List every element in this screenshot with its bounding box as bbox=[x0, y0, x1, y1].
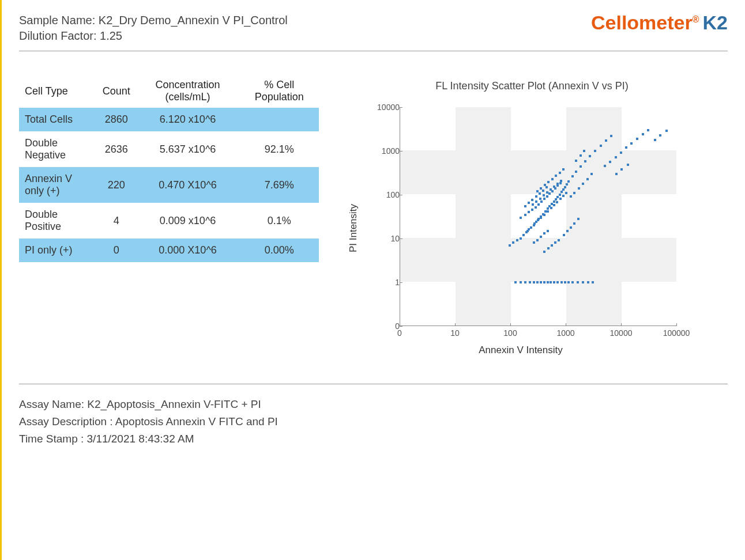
scatter-point bbox=[543, 194, 545, 196]
scatter-point bbox=[563, 234, 565, 236]
scatter-point bbox=[558, 239, 560, 241]
cell-count: 0 bbox=[97, 239, 136, 262]
scatter-point bbox=[573, 222, 575, 225]
scatter-point bbox=[524, 214, 526, 216]
scatter-point bbox=[537, 219, 539, 221]
cell-type: Double Positive bbox=[19, 203, 97, 239]
scatter-point bbox=[571, 281, 574, 283]
scatter-point bbox=[520, 281, 522, 283]
scatter-point bbox=[555, 198, 557, 200]
x-tick-label: 10000 bbox=[610, 328, 633, 338]
cell-type: Annexin V only (+) bbox=[19, 167, 97, 203]
scatter-point bbox=[547, 207, 549, 210]
scatter-point bbox=[642, 133, 644, 135]
scatter-point bbox=[562, 188, 565, 191]
table-row: Total Cells28606.120 x10^6 bbox=[19, 108, 319, 131]
scatter-point bbox=[547, 210, 549, 213]
assay-desc-value: Apoptosis Annexin V FITC and PI bbox=[115, 415, 278, 427]
scatter-point bbox=[550, 281, 552, 283]
table-row: PI only (+)00.000 X10^60.00% bbox=[19, 239, 319, 262]
scatter-point bbox=[560, 191, 563, 193]
scatter-point bbox=[564, 281, 566, 283]
table-header-row: Cell Type Count Concentration (cells/mL)… bbox=[19, 74, 319, 108]
scatter-point bbox=[578, 187, 580, 190]
y-axis-label: PI Intensity bbox=[348, 204, 359, 252]
scatter-point bbox=[533, 241, 535, 244]
scatter-point bbox=[540, 281, 542, 283]
cell-count: 220 bbox=[97, 167, 136, 203]
cell-type: Total Cells bbox=[19, 108, 97, 131]
th-population: % Cell Population bbox=[239, 74, 319, 108]
scatter-point bbox=[547, 181, 550, 183]
logo: Cellometer®K2 bbox=[591, 12, 728, 34]
logo-brand: Cellometer bbox=[591, 12, 693, 33]
scatter-point bbox=[589, 155, 591, 157]
scatter-point bbox=[509, 244, 511, 247]
scatter-point bbox=[550, 207, 552, 209]
scatter-point bbox=[547, 230, 549, 232]
th-cell-type: Cell Type bbox=[19, 74, 97, 108]
dilution-value: 1.25 bbox=[100, 29, 122, 42]
scatter-point bbox=[592, 281, 594, 283]
cell-conc: 6.120 x10^6 bbox=[136, 108, 240, 131]
scatter-point bbox=[582, 281, 584, 283]
scatter-point bbox=[554, 241, 556, 244]
y-tick-label: 0 bbox=[359, 321, 404, 331]
scatter-point bbox=[559, 172, 561, 174]
logo-model: K2 bbox=[703, 12, 728, 33]
dilution-label: Dilution Factor: bbox=[19, 29, 100, 42]
scatter-point bbox=[536, 239, 539, 241]
assay-name-label: Assay Name: bbox=[19, 398, 87, 410]
scatter-point bbox=[540, 217, 542, 219]
chart-box: PI Intensity Annexin V Intensity 0101001… bbox=[359, 96, 682, 361]
scatter-point bbox=[570, 226, 572, 229]
scatter-point bbox=[520, 237, 522, 240]
scatter-point bbox=[627, 164, 629, 166]
scatter-point bbox=[533, 222, 536, 225]
scatter-point bbox=[615, 173, 618, 175]
scatter-point bbox=[575, 171, 577, 173]
scatter-point bbox=[543, 251, 545, 253]
scatter-point bbox=[571, 175, 574, 177]
scatter-point bbox=[543, 198, 545, 200]
scatter-point bbox=[562, 195, 565, 197]
cell-pop: 7.69% bbox=[239, 167, 319, 203]
scatter-point bbox=[570, 195, 572, 198]
cell-type: Double Negative bbox=[19, 131, 97, 167]
results-table: Cell Type Count Concentration (cells/mL)… bbox=[19, 74, 319, 262]
scatter-point bbox=[559, 182, 562, 184]
scatter-point bbox=[536, 281, 539, 283]
y-tick-label: 1 bbox=[359, 278, 404, 287]
scatter-point bbox=[610, 135, 612, 137]
scatter-point bbox=[535, 206, 537, 209]
scatter-point bbox=[514, 281, 517, 283]
scatter-point bbox=[542, 190, 544, 192]
scatter-point bbox=[604, 165, 606, 167]
x-tick-label: 1000 bbox=[556, 328, 574, 338]
scatter-point bbox=[620, 168, 623, 171]
sample-name-label: Sample Name: bbox=[19, 14, 99, 27]
scatter-point bbox=[531, 209, 533, 211]
assay-name-value: K2_Apoptosis_Annexin V-FITC + PI bbox=[87, 398, 261, 410]
scatter-point bbox=[620, 152, 622, 154]
plot-area bbox=[400, 107, 676, 326]
scatter-point bbox=[556, 184, 559, 187]
scatter-point bbox=[564, 186, 566, 188]
y-tick-label: 1000 bbox=[359, 146, 404, 156]
scatter-point bbox=[630, 142, 633, 145]
scatter-point bbox=[522, 234, 525, 236]
scatter-point bbox=[551, 244, 553, 247]
scatter-point bbox=[573, 192, 575, 194]
scatter-point bbox=[580, 165, 582, 168]
scatter-point bbox=[605, 139, 607, 142]
scatter-point bbox=[550, 188, 552, 191]
scatter-point bbox=[512, 241, 514, 244]
assay-name-line: Assay Name: K2_Apoptosis_Annexin V-FITC … bbox=[19, 398, 728, 411]
cell-count: 2860 bbox=[97, 108, 136, 131]
scatter-point bbox=[539, 198, 541, 200]
scatter-point bbox=[665, 130, 668, 132]
scatter-point bbox=[659, 134, 661, 137]
x-tick-label: 10 bbox=[450, 328, 460, 338]
footer: Assay Name: K2_Apoptosis_Annexin V-FITC … bbox=[19, 384, 728, 445]
scatter-point bbox=[636, 138, 638, 140]
